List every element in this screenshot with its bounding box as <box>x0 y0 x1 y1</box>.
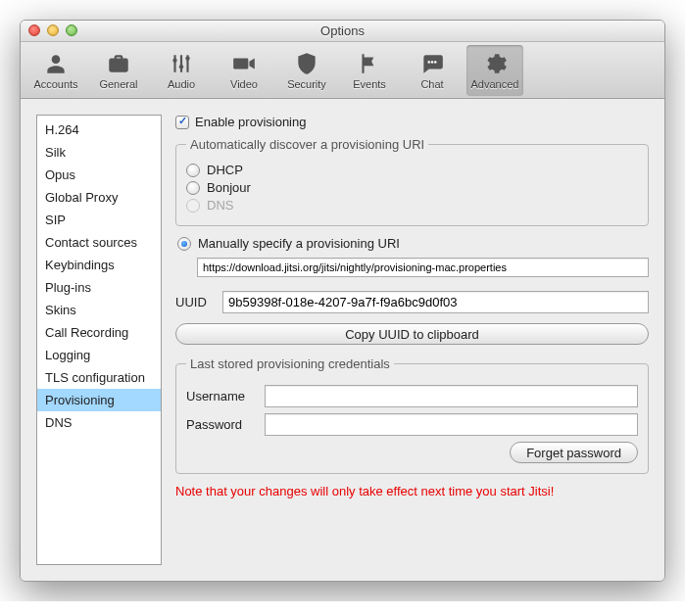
manual-uri-input[interactable] <box>197 258 649 277</box>
svg-point-4 <box>431 61 434 64</box>
radio-bonjour-row[interactable]: Bonjour <box>186 180 638 195</box>
zoom-icon[interactable] <box>66 24 77 36</box>
sidebar-item-call-recording[interactable]: Call Recording <box>37 321 161 344</box>
auto-discover-group: Automatically discover a provisioning UR… <box>175 137 649 226</box>
sidebar-item-provisioning[interactable]: Provisioning <box>37 389 161 411</box>
content-area: H.264 Silk Opus Global Proxy SIP Contact… <box>21 99 664 581</box>
svg-point-5 <box>434 61 437 64</box>
sidebar-item-contact-sources[interactable]: Contact sources <box>37 231 161 254</box>
tab-label: General <box>99 78 137 90</box>
briefcase-icon <box>106 51 131 76</box>
tab-events[interactable]: Events <box>341 45 398 96</box>
tab-advanced[interactable]: Advanced <box>466 45 523 96</box>
tab-general[interactable]: General <box>90 45 147 96</box>
camera-icon <box>231 51 257 76</box>
gear-icon <box>482 51 508 76</box>
tab-label: Audio <box>168 78 195 90</box>
tab-label: Events <box>353 78 386 90</box>
sidebar-item-skins[interactable]: Skins <box>37 299 161 321</box>
radio-dhcp-label: DHCP <box>207 163 243 177</box>
advanced-sidebar[interactable]: H.264 Silk Opus Global Proxy SIP Contact… <box>36 115 162 565</box>
radio-dhcp[interactable] <box>186 164 200 177</box>
tab-security[interactable]: Security <box>278 45 335 96</box>
toolbar: Accounts General Audio Video Security Ev… <box>21 42 664 99</box>
sliders-icon <box>169 51 194 76</box>
sidebar-item-h264[interactable]: H.264 <box>37 118 161 141</box>
enable-provisioning-checkbox[interactable] <box>175 116 189 129</box>
password-label: Password <box>186 417 255 432</box>
sidebar-item-silk[interactable]: Silk <box>37 141 161 164</box>
auto-discover-legend: Automatically discover a provisioning UR… <box>186 137 428 152</box>
radio-dns-row: DNS <box>186 198 638 213</box>
radio-bonjour-label: Bonjour <box>207 180 251 195</box>
tab-label: Chat <box>420 78 443 90</box>
radio-bonjour[interactable] <box>186 181 200 195</box>
tab-accounts[interactable]: Accounts <box>27 45 84 96</box>
tab-audio[interactable]: Audio <box>153 45 210 96</box>
enable-provisioning-label: Enable provisioning <box>195 115 306 129</box>
tab-label: Accounts <box>33 78 77 90</box>
radio-manual[interactable] <box>177 237 191 251</box>
tab-chat[interactable]: Chat <box>404 45 461 96</box>
tab-label: Security <box>287 78 326 90</box>
svg-point-1 <box>179 65 183 69</box>
credentials-group: Last stored provisioning credentials Use… <box>175 356 649 474</box>
sidebar-item-sip[interactable]: SIP <box>37 209 161 231</box>
uuid-input[interactable] <box>222 291 649 313</box>
person-icon <box>43 51 69 76</box>
radio-manual-label: Manually specify a provisioning URI <box>198 236 400 251</box>
svg-point-0 <box>172 58 176 62</box>
titlebar: Options <box>21 21 664 42</box>
forget-password-button[interactable]: Forget password <box>510 442 638 463</box>
sidebar-item-global-proxy[interactable]: Global Proxy <box>37 186 161 209</box>
provisioning-pane: Enable provisioning Automatically discov… <box>175 115 649 565</box>
chat-icon <box>419 51 445 76</box>
copy-uuid-label: Copy UUID to clipboard <box>345 327 479 342</box>
sidebar-item-opus[interactable]: Opus <box>37 164 161 186</box>
options-window: Options Accounts General Audio Video Sec… <box>20 20 665 582</box>
radio-dns <box>186 199 200 213</box>
sidebar-item-plugins[interactable]: Plug-ins <box>37 276 161 299</box>
radio-manual-row[interactable]: Manually specify a provisioning URI <box>177 236 649 251</box>
enable-row: Enable provisioning <box>175 115 649 129</box>
flag-icon <box>357 51 382 76</box>
radio-dhcp-row[interactable]: DHCP <box>186 163 638 177</box>
password-input[interactable] <box>265 413 638 436</box>
username-label: Username <box>186 389 255 403</box>
shield-icon <box>294 51 319 76</box>
sidebar-item-logging[interactable]: Logging <box>37 344 161 366</box>
window-title: Options <box>320 24 365 38</box>
radio-dns-label: DNS <box>207 198 233 213</box>
sidebar-item-dns[interactable]: DNS <box>37 411 161 434</box>
window-controls <box>28 24 77 36</box>
minimize-icon[interactable] <box>47 24 59 36</box>
tab-video[interactable]: Video <box>216 45 272 96</box>
sidebar-item-keybindings[interactable]: Keybindings <box>37 254 161 276</box>
tab-label: Video <box>230 78 258 90</box>
username-input[interactable] <box>265 385 638 407</box>
forget-password-label: Forget password <box>526 446 621 460</box>
uuid-label: UUID <box>175 295 213 309</box>
svg-point-3 <box>427 61 430 64</box>
copy-uuid-button[interactable]: Copy UUID to clipboard <box>175 323 649 345</box>
tab-label: Advanced <box>471 78 519 90</box>
svg-point-2 <box>185 56 189 60</box>
credentials-legend: Last stored provisioning credentials <box>186 356 394 371</box>
restart-note: Note that your changes will only take ef… <box>175 484 649 498</box>
sidebar-item-tls-configuration[interactable]: TLS configuration <box>37 366 161 389</box>
close-icon[interactable] <box>28 24 40 36</box>
